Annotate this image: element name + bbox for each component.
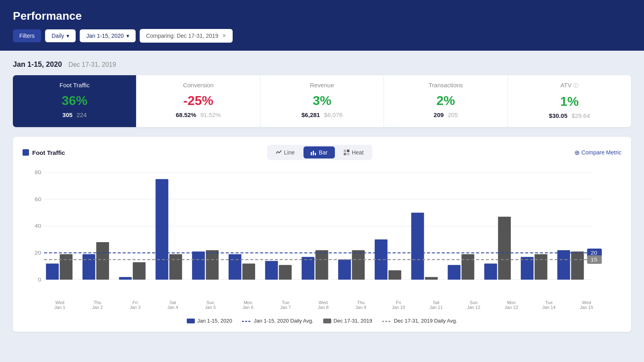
compare-metric-label: Compare Metric [581, 149, 621, 156]
x-label: TueJan 14 [530, 300, 568, 310]
chart-legend-text: Foot Traffic [32, 149, 65, 156]
x-label: WedJan 8 [304, 300, 342, 310]
header-controls: Filters Daily ▾ Jan 1-15, 2020 ▾ Compari… [13, 29, 631, 43]
svg-rect-40 [352, 250, 365, 280]
compare-metric-button[interactable]: ⊕ Compare Metric [574, 149, 621, 156]
svg-text:80: 80 [35, 170, 41, 175]
metric-card-transactions[interactable]: Transactions 2% 209 205 [384, 75, 508, 127]
metric-card-conversion[interactable]: Conversion -25% 68.52% 91.52% [136, 75, 260, 127]
chart-header: Foot Traffic Line Bar Heat ⊕ Compare Met… [23, 145, 621, 160]
legend-swatch [23, 149, 29, 156]
metric-card-foot-traffic[interactable]: Foot Traffic 36% 305 224 [13, 75, 136, 127]
svg-rect-23 [265, 261, 278, 280]
legend-swatch-dashed [242, 320, 252, 323]
svg-rect-42 [425, 277, 438, 280]
svg-rect-44 [498, 217, 511, 280]
svg-rect-2 [315, 153, 316, 155]
date-range-dropdown[interactable]: Jan 1-15, 2020 ▾ [80, 29, 135, 42]
x-label: MonJan 6 [229, 300, 266, 310]
x-label: SatJan 11 [417, 300, 455, 310]
header: Performance Filters Daily ▾ Jan 1-15, 20… [0, 0, 644, 51]
chart-x-labels: WedJan 1ThuJan 2FriJan 3SatJan 4SunJan 5… [23, 300, 621, 310]
svg-rect-30 [521, 257, 534, 280]
close-icon[interactable]: × [222, 32, 226, 39]
date-header: Jan 1-15, 2020 Dec 17-31, 2019 [13, 60, 631, 69]
svg-text:20: 20 [591, 250, 598, 256]
chart-type-bar[interactable]: Bar [303, 146, 335, 158]
metric-change-revenue: 3% [268, 93, 376, 108]
chart-type-heat[interactable]: Heat [336, 146, 371, 158]
chart-area: 8060402002015 [23, 168, 621, 297]
legend-item-dashed-blue: Jan 1-15, 2020 Daily Avg. [242, 318, 314, 324]
legend-swatch [323, 319, 331, 323]
metric-change-atv: 1% [516, 94, 623, 109]
x-label: TueJan 7 [267, 300, 304, 310]
x-label: ThuJan 9 [342, 300, 380, 310]
chart-type-buttons: Line Bar Heat [267, 145, 373, 160]
metric-values-transactions: 209 205 [392, 111, 499, 118]
metric-card-revenue[interactable]: Revenue 3% $6,281 $6,076 [260, 75, 384, 127]
legend-label: Jan 1-15, 2020 [197, 318, 232, 324]
x-label: SunJan 5 [192, 300, 229, 310]
metric-card-atv[interactable]: ATV ⓘ 1% $30.05 $29.64 [508, 75, 631, 127]
svg-rect-39 [316, 250, 328, 280]
chart-container: Foot Traffic Line Bar Heat ⊕ Compare Met… [13, 137, 631, 332]
metric-title-atv: ATV ⓘ [516, 82, 623, 89]
chart-type-line[interactable]: Line [269, 146, 302, 158]
metric-change-foot-traffic: 36% [21, 93, 128, 108]
legend-swatch [187, 319, 195, 323]
svg-rect-38 [279, 265, 292, 280]
svg-text:60: 60 [35, 196, 41, 202]
svg-rect-5 [344, 153, 346, 155]
chevron-down-icon: ▾ [126, 33, 129, 39]
svg-rect-46 [571, 251, 584, 280]
filters-button[interactable]: Filters [13, 29, 41, 42]
x-label: SatJan 4 [154, 300, 191, 310]
svg-rect-18 [83, 254, 95, 280]
svg-rect-4 [347, 150, 349, 152]
svg-rect-34 [133, 262, 146, 280]
svg-rect-25 [338, 259, 351, 280]
metric-change-transactions: 2% [392, 93, 499, 108]
period-dropdown[interactable]: Daily ▾ [45, 29, 76, 42]
legend-swatch-dashed [382, 320, 392, 323]
date-secondary: Dec 17-31, 2019 [68, 61, 116, 68]
svg-rect-24 [301, 257, 314, 280]
x-label: WedJan 15 [568, 300, 605, 310]
svg-text:40: 40 [35, 223, 41, 229]
chevron-down-icon: ▾ [66, 33, 69, 39]
svg-rect-3 [344, 150, 346, 152]
svg-rect-17 [46, 263, 59, 280]
svg-rect-27 [411, 213, 424, 280]
legend-item-solid-gray: Dec 17-31, 2019 [323, 318, 372, 324]
svg-text:15: 15 [591, 257, 598, 262]
svg-rect-45 [535, 254, 547, 280]
main-content: Jan 1-15, 2020 Dec 17-31, 2019 Foot Traf… [0, 51, 644, 341]
chart-footer-legend: Jan 1-15, 2020Jan 1-15, 2020 Daily Avg.D… [23, 318, 621, 324]
metric-title-foot-traffic: Foot Traffic [21, 82, 128, 88]
metric-values-atv: $30.05 $29.64 [516, 112, 623, 119]
svg-rect-33 [96, 242, 109, 280]
x-label: FriJan 10 [380, 300, 417, 310]
metric-title-conversion: Conversion [144, 82, 252, 88]
svg-rect-0 [311, 152, 312, 155]
svg-rect-31 [557, 250, 570, 280]
svg-rect-19 [119, 277, 132, 280]
svg-rect-43 [462, 254, 475, 280]
svg-rect-32 [60, 254, 72, 280]
legend-label: Dec 17-31, 2019 [334, 318, 372, 324]
x-label: FriJan 3 [116, 300, 154, 310]
svg-rect-6 [347, 153, 349, 155]
svg-rect-21 [192, 251, 205, 280]
legend-label: Jan 1-15, 2020 Daily Avg. [254, 318, 314, 324]
page-title: Performance [13, 10, 631, 23]
x-label: WedJan 1 [41, 300, 78, 310]
legend-item-solid-blue: Jan 1-15, 2020 [187, 318, 232, 324]
x-label: SunJan 12 [455, 300, 492, 310]
chart-legend: Foot Traffic [23, 149, 65, 156]
legend-item-dashed-gray: Dec 17-31, 2019 Daily Avg. [382, 318, 457, 324]
comparing-button[interactable]: Comparing: Dec 17-31, 2019 × [140, 29, 233, 43]
svg-rect-22 [229, 254, 242, 280]
svg-rect-37 [242, 263, 255, 280]
metric-values-foot-traffic: 305 224 [21, 111, 128, 118]
